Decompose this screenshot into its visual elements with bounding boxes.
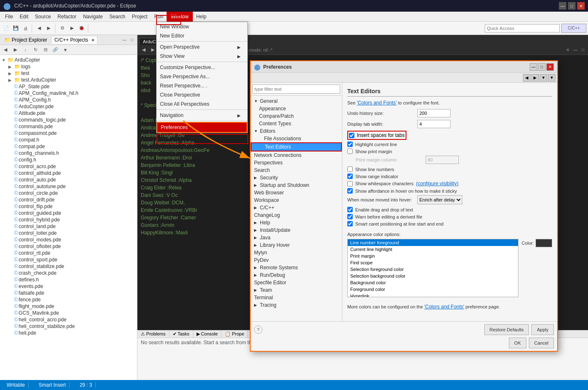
tree-web-browser[interactable]: Web Browser xyxy=(251,189,342,196)
tree-item-commands-logic[interactable]: © commands_logic.pde xyxy=(0,117,137,123)
menu-search[interactable]: Search xyxy=(106,12,129,22)
tab-project-explorer[interactable]: 📁 Project Explorer xyxy=(2,36,50,44)
menu-customize-perspective[interactable]: Customize Perspective... xyxy=(157,63,247,72)
tab-cpp-projects[interactable]: C/C++ Projects ✕ xyxy=(51,36,97,44)
dialog-minimize-btn[interactable]: — xyxy=(530,63,537,71)
tree-item-logs[interactable]: ▶ 📁 logs xyxy=(0,63,137,70)
back-btn[interactable]: ◀ xyxy=(1,45,10,55)
menu-navigation[interactable]: Navigation xyxy=(157,111,247,120)
toolbar-fwd-btn[interactable]: ▶ xyxy=(44,24,53,33)
minimize-button[interactable]: — xyxy=(559,2,566,10)
color-item-sel-bg[interactable]: Selection background color xyxy=(348,273,518,279)
menu-save-perspective[interactable]: Save Perspective As... xyxy=(157,72,247,81)
maximize-button[interactable]: □ xyxy=(568,2,576,10)
close-tab-icon[interactable]: ✕ xyxy=(91,38,95,42)
tree-item-control-althold[interactable]: © control_althold.pde xyxy=(0,170,137,176)
configure-visibility-link[interactable]: (configure visibility) xyxy=(416,181,458,186)
collapse-btn[interactable]: ⊟ xyxy=(41,45,50,55)
ok-button[interactable]: OK xyxy=(509,338,526,348)
color-item-fg[interactable]: Foreground color xyxy=(348,286,518,293)
tree-team[interactable]: ▶ Team xyxy=(251,286,342,294)
toolbar-print-btn[interactable]: 🖨 xyxy=(21,24,30,33)
color-item-print-margin[interactable]: Print margin xyxy=(348,253,518,259)
menu-source[interactable]: Source xyxy=(32,12,54,22)
tree-item-flight-mode[interactable]: © flight_mode.pde xyxy=(0,303,137,310)
tree-item-control-flip[interactable]: © control_flip.pde xyxy=(0,203,137,210)
tree-item-control-autotune[interactable]: © control_autotune.pde xyxy=(0,183,137,190)
tree-changelog[interactable]: ChangeLog xyxy=(251,211,342,219)
menu-open-perspective[interactable]: Open Perspective xyxy=(157,42,247,52)
tree-item-control-hybrid[interactable]: © control_hybrid.pde xyxy=(0,216,137,223)
tree-item-control-sport[interactable]: © control_sport.pde xyxy=(0,256,137,263)
tree-java[interactable]: ▶ Java xyxy=(251,234,342,241)
tree-item-crash-check[interactable]: © crash_check.pde xyxy=(0,270,137,276)
split-btn[interactable]: ≡ xyxy=(565,47,571,53)
tab-properties[interactable]: 📋 Prope xyxy=(222,330,248,338)
toolbar-save-btn[interactable]: 💾 xyxy=(11,24,20,33)
tree-library-hover[interactable]: ▶ Library Hover xyxy=(251,241,342,249)
tree-item-control-land[interactable]: © control_land.pde xyxy=(0,223,137,230)
nav-down-btn[interactable]: ▼ xyxy=(540,74,547,82)
tree-item-heli-acro[interactable]: © heli_control_acro.pde xyxy=(0,316,137,323)
colors-fonts-link-bottom[interactable]: 'Colors and Fonts' xyxy=(424,304,464,310)
cancel-button[interactable]: Cancel xyxy=(529,338,554,348)
tree-item-control-auto[interactable]: © control_auto.pde xyxy=(0,176,137,183)
apply-button[interactable]: Apply xyxy=(531,324,554,335)
nav-dropdown-btn[interactable]: ▼ xyxy=(548,74,556,82)
tree-compare-patch[interactable]: Compare/Patch xyxy=(251,112,342,120)
menu-file[interactable]: File xyxy=(2,12,16,22)
undo-history-input[interactable] xyxy=(417,109,451,117)
maximize-panel-btn[interactable]: □ xyxy=(129,37,135,43)
insert-spaces-checkbox[interactable] xyxy=(349,133,354,138)
tree-item-compat-pde[interactable]: © compat.pde xyxy=(0,143,137,150)
tree-item-control-guided[interactable]: © control_guided.pde xyxy=(0,210,137,216)
tree-item-control-rtl[interactable]: © control_rtl.pde xyxy=(0,250,137,256)
menu-btn[interactable]: ▼ xyxy=(61,45,70,55)
tree-item-defines[interactable]: © defines.h xyxy=(0,276,137,283)
menu-project[interactable]: Project xyxy=(129,12,151,22)
tree-appearance[interactable]: Appearance xyxy=(251,105,342,112)
tree-item-apstate[interactable]: © AP_State.pde xyxy=(0,83,137,90)
tree-item-failsafe[interactable]: © failsafe.pde xyxy=(0,290,137,296)
tree-item-config-h[interactable]: © config.h xyxy=(0,156,137,163)
tree-specfile[interactable]: Specfile Editor xyxy=(251,279,342,286)
colors-fonts-link-top[interactable]: 'Colors and Fonts' xyxy=(357,100,397,106)
tree-run-debug[interactable]: ▶ Run/Debug xyxy=(251,271,342,279)
tree-perspectives[interactable]: Perspectives xyxy=(251,159,342,166)
menu-navigate[interactable]: Navigate xyxy=(80,12,106,22)
tree-item-commands[interactable]: © commands.pde xyxy=(0,123,137,130)
color-item-current-line[interactable]: Current line highlight xyxy=(348,246,518,253)
tree-mylyn[interactable]: Mylyn xyxy=(251,249,342,256)
close-button[interactable]: ✕ xyxy=(577,2,585,10)
warn-before-editing-checkbox[interactable] xyxy=(347,214,353,219)
toolbar-run-btn[interactable]: ▶ xyxy=(67,24,77,33)
restore-defaults-button[interactable]: Restore Defaults xyxy=(484,324,529,335)
tree-item-control-stabilize[interactable]: © control_stabilize.pde xyxy=(0,263,137,270)
menu-help[interactable]: Help xyxy=(193,12,210,22)
menu-refactor[interactable]: Refactor xyxy=(54,12,80,22)
link-btn[interactable]: 🔗 xyxy=(51,45,60,55)
color-item-find-scope[interactable]: Find scope xyxy=(348,259,518,266)
fwd-btn[interactable]: ▶ xyxy=(11,45,20,55)
tree-pydev[interactable]: PyDev xyxy=(251,256,342,264)
filter-input[interactable] xyxy=(252,84,340,94)
tree-network-connections[interactable]: Network Connections xyxy=(251,152,342,159)
menu-reset-perspective[interactable]: Reset Perspective... . xyxy=(157,81,247,90)
menu-close-all-perspectives[interactable]: Close All Perspectives xyxy=(157,99,247,109)
tree-item-control-modes[interactable]: © control_modes.pde xyxy=(0,236,137,243)
menu-run[interactable]: Run xyxy=(151,12,167,22)
tree-help[interactable]: ▶ Help xyxy=(251,219,342,226)
menu-edit[interactable]: Edit xyxy=(16,12,32,22)
show-range-indicator-checkbox[interactable] xyxy=(347,174,353,179)
tree-workspace[interactable]: Workspace xyxy=(251,196,342,204)
help-button[interactable]: ? xyxy=(254,325,262,334)
tab-console[interactable]: ▶ Console xyxy=(193,330,222,338)
minimize-panel-btn[interactable]: — xyxy=(121,37,128,43)
tree-item-control-drift[interactable]: © control_drift.pde xyxy=(0,196,137,203)
tree-item-events[interactable]: © events.pde xyxy=(0,283,137,290)
tree-item-control-circle[interactable]: © control_circle.pde xyxy=(0,190,137,196)
quick-access-input[interactable] xyxy=(485,24,560,32)
show-line-numbers-checkbox[interactable] xyxy=(347,166,353,172)
menu-preferences[interactable]: Preferences xyxy=(157,122,247,133)
nav-fwd-btn[interactable]: ▶ xyxy=(531,74,539,82)
